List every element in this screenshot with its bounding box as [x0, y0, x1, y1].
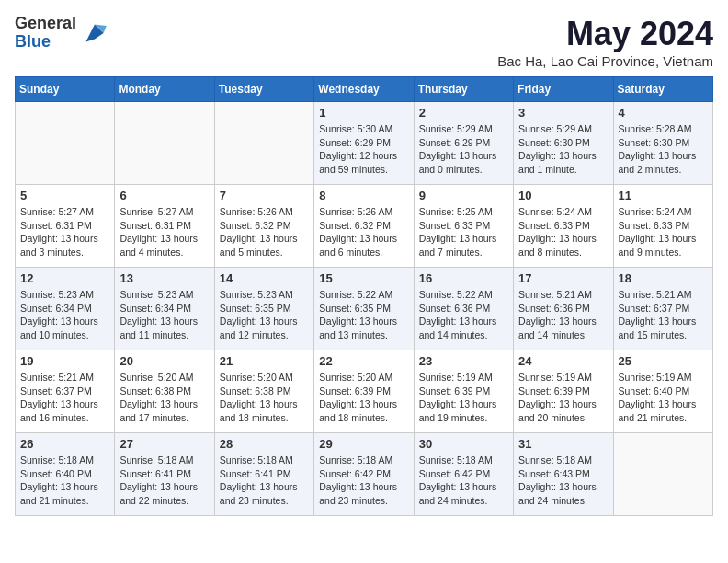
day-info: Sunrise: 5:18 AM Sunset: 6:43 PM Dayligh… [518, 454, 608, 508]
day-number: 14 [220, 271, 309, 285]
calendar-cell: 17Sunrise: 5:21 AM Sunset: 6:36 PM Dayli… [514, 268, 613, 350]
day-number: 21 [220, 354, 309, 368]
day-info: Sunrise: 5:27 AM Sunset: 6:31 PM Dayligh… [20, 205, 109, 259]
day-number: 27 [119, 437, 209, 451]
calendar-header-row: SundayMondayTuesdayWednesdayThursdayFrid… [16, 77, 713, 102]
calendar-cell: 14Sunrise: 5:23 AM Sunset: 6:35 PM Dayli… [214, 268, 313, 350]
day-info: Sunrise: 5:20 AM Sunset: 6:38 PM Dayligh… [220, 371, 309, 425]
day-info: Sunrise: 5:28 AM Sunset: 6:30 PM Dayligh… [619, 122, 708, 177]
day-number: 24 [518, 354, 608, 368]
calendar-cell: 22Sunrise: 5:20 AM Sunset: 6:39 PM Dayli… [314, 350, 414, 433]
calendar-cell: 29Sunrise: 5:18 AM Sunset: 6:42 PM Dayli… [314, 433, 414, 516]
day-number: 25 [619, 354, 708, 368]
day-number: 11 [619, 189, 708, 202]
column-header-sunday: Sunday [16, 77, 115, 102]
day-info: Sunrise: 5:26 AM Sunset: 6:32 PM Dayligh… [319, 205, 408, 259]
day-info: Sunrise: 5:19 AM Sunset: 6:40 PM Dayligh… [619, 371, 708, 425]
day-number: 28 [220, 437, 309, 451]
calendar-week-row: 5Sunrise: 5:27 AM Sunset: 6:31 PM Daylig… [16, 185, 713, 268]
calendar-cell: 21Sunrise: 5:20 AM Sunset: 6:38 PM Dayli… [214, 350, 313, 433]
day-info: Sunrise: 5:18 AM Sunset: 6:42 PM Dayligh… [319, 454, 408, 508]
subtitle: Bac Ha, Lao Cai Province, Vietnam [497, 53, 713, 69]
calendar-cell: 20Sunrise: 5:20 AM Sunset: 6:38 PM Dayli… [115, 350, 214, 433]
calendar-cell: 13Sunrise: 5:23 AM Sunset: 6:34 PM Dayli… [115, 268, 214, 350]
calendar-cell: 8Sunrise: 5:26 AM Sunset: 6:32 PM Daylig… [314, 185, 414, 268]
calendar-cell: 30Sunrise: 5:18 AM Sunset: 6:42 PM Dayli… [414, 433, 513, 516]
calendar-cell: 4Sunrise: 5:28 AM Sunset: 6:30 PM Daylig… [613, 102, 712, 185]
day-number: 17 [518, 271, 608, 285]
calendar-cell: 12Sunrise: 5:23 AM Sunset: 6:34 PM Dayli… [16, 268, 115, 350]
column-header-friday: Friday [514, 77, 613, 102]
calendar-cell: 18Sunrise: 5:21 AM Sunset: 6:37 PM Dayli… [613, 268, 712, 350]
day-info: Sunrise: 5:20 AM Sunset: 6:38 PM Dayligh… [119, 371, 209, 425]
column-header-wednesday: Wednesday [314, 77, 414, 102]
logo-icon [80, 18, 109, 48]
calendar-table: SundayMondayTuesdayWednesdayThursdayFrid… [15, 76, 713, 516]
logo-blue-text: Blue [15, 33, 76, 52]
calendar-cell [16, 102, 115, 185]
day-number: 19 [20, 354, 109, 368]
calendar-cell: 27Sunrise: 5:18 AM Sunset: 6:41 PM Dayli… [115, 433, 214, 516]
calendar-week-row: 1Sunrise: 5:30 AM Sunset: 6:29 PM Daylig… [16, 102, 713, 185]
day-info: Sunrise: 5:20 AM Sunset: 6:39 PM Dayligh… [319, 371, 408, 425]
calendar-cell: 1Sunrise: 5:30 AM Sunset: 6:29 PM Daylig… [314, 102, 414, 185]
calendar-cell: 11Sunrise: 5:24 AM Sunset: 6:33 PM Dayli… [613, 185, 712, 268]
day-info: Sunrise: 5:19 AM Sunset: 6:39 PM Dayligh… [518, 371, 608, 425]
day-info: Sunrise: 5:23 AM Sunset: 6:34 PM Dayligh… [119, 288, 209, 342]
column-header-tuesday: Tuesday [214, 77, 313, 102]
calendar-cell: 31Sunrise: 5:18 AM Sunset: 6:43 PM Dayli… [514, 433, 613, 516]
calendar-cell: 24Sunrise: 5:19 AM Sunset: 6:39 PM Dayli… [514, 350, 613, 433]
day-info: Sunrise: 5:24 AM Sunset: 6:33 PM Dayligh… [619, 205, 708, 259]
day-number: 3 [518, 106, 608, 120]
day-info: Sunrise: 5:18 AM Sunset: 6:41 PM Dayligh… [119, 454, 209, 508]
day-number: 9 [419, 189, 508, 202]
calendar-cell: 7Sunrise: 5:26 AM Sunset: 6:32 PM Daylig… [214, 185, 313, 268]
main-title: May 2024 [497, 15, 713, 53]
column-header-saturday: Saturday [613, 77, 712, 102]
day-number: 29 [319, 437, 408, 451]
day-number: 4 [619, 106, 708, 120]
calendar-cell: 25Sunrise: 5:19 AM Sunset: 6:40 PM Dayli… [613, 350, 712, 433]
day-number: 15 [319, 271, 408, 285]
day-info: Sunrise: 5:22 AM Sunset: 6:36 PM Dayligh… [419, 288, 508, 342]
day-info: Sunrise: 5:29 AM Sunset: 6:29 PM Dayligh… [419, 122, 508, 177]
day-number: 23 [419, 354, 508, 368]
day-number: 31 [518, 437, 608, 451]
logo-general-text: General [15, 15, 76, 33]
column-header-thursday: Thursday [414, 77, 513, 102]
title-block: May 2024 Bac Ha, Lao Cai Province, Vietn… [497, 15, 713, 69]
day-number: 10 [518, 189, 608, 202]
day-number: 8 [319, 189, 408, 202]
day-info: Sunrise: 5:21 AM Sunset: 6:37 PM Dayligh… [20, 371, 109, 425]
calendar-cell: 19Sunrise: 5:21 AM Sunset: 6:37 PM Dayli… [16, 350, 115, 433]
day-info: Sunrise: 5:24 AM Sunset: 6:33 PM Dayligh… [518, 205, 608, 259]
calendar-cell: 9Sunrise: 5:25 AM Sunset: 6:33 PM Daylig… [414, 185, 513, 268]
logo: General Blue [15, 15, 109, 52]
day-info: Sunrise: 5:21 AM Sunset: 6:36 PM Dayligh… [518, 288, 608, 342]
day-info: Sunrise: 5:30 AM Sunset: 6:29 PM Dayligh… [319, 122, 408, 177]
calendar-cell: 6Sunrise: 5:27 AM Sunset: 6:31 PM Daylig… [115, 185, 214, 268]
column-header-monday: Monday [115, 77, 214, 102]
day-info: Sunrise: 5:18 AM Sunset: 6:42 PM Dayligh… [419, 454, 508, 508]
calendar-cell: 23Sunrise: 5:19 AM Sunset: 6:39 PM Dayli… [414, 350, 513, 433]
day-info: Sunrise: 5:21 AM Sunset: 6:37 PM Dayligh… [619, 288, 708, 342]
day-number: 1 [319, 106, 408, 120]
day-info: Sunrise: 5:18 AM Sunset: 6:40 PM Dayligh… [20, 454, 109, 508]
page-header: General Blue May 2024 Bac Ha, Lao Cai Pr… [15, 15, 713, 69]
calendar-week-row: 26Sunrise: 5:18 AM Sunset: 6:40 PM Dayli… [16, 433, 713, 516]
day-number: 22 [319, 354, 408, 368]
calendar-cell: 16Sunrise: 5:22 AM Sunset: 6:36 PM Dayli… [414, 268, 513, 350]
day-number: 12 [20, 271, 109, 285]
day-number: 26 [20, 437, 109, 451]
calendar-cell: 3Sunrise: 5:29 AM Sunset: 6:30 PM Daylig… [514, 102, 613, 185]
calendar-cell [613, 433, 712, 516]
day-info: Sunrise: 5:23 AM Sunset: 6:35 PM Dayligh… [220, 288, 309, 342]
calendar-cell [214, 102, 313, 185]
calendar-week-row: 19Sunrise: 5:21 AM Sunset: 6:37 PM Dayli… [16, 350, 713, 433]
day-number: 20 [119, 354, 209, 368]
day-number: 7 [220, 189, 309, 202]
day-number: 5 [20, 189, 109, 202]
calendar-week-row: 12Sunrise: 5:23 AM Sunset: 6:34 PM Dayli… [16, 268, 713, 350]
calendar-cell: 5Sunrise: 5:27 AM Sunset: 6:31 PM Daylig… [16, 185, 115, 268]
calendar-cell [115, 102, 214, 185]
